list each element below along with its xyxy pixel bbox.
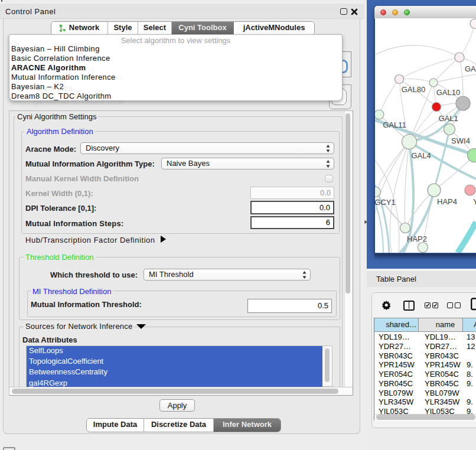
svg-text:GAL80: GAL80: [402, 85, 425, 94]
svg-text:YJR: YJR: [473, 197, 476, 206]
svg-text:SWI4: SWI4: [451, 136, 470, 145]
svg-text:GAL4: GAL4: [411, 151, 431, 160]
svg-text:GAL10: GAL10: [436, 88, 460, 97]
svg-text:HAP4: HAP4: [437, 197, 457, 206]
svg-text:GAL2: GAL2: [465, 64, 476, 73]
svg-text:GAL1: GAL1: [438, 114, 458, 123]
svg-text:GAL11: GAL11: [383, 120, 406, 129]
svg-text:GCY1: GCY1: [375, 198, 396, 207]
svg-text:HAP2: HAP2: [407, 234, 427, 243]
